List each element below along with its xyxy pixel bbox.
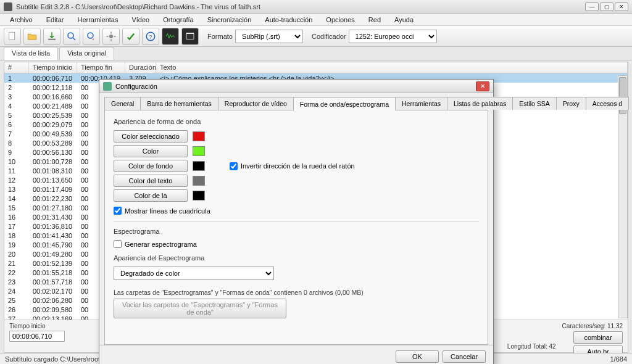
col-number[interactable]: # [4,62,29,73]
maximize-button[interactable]: ▢ [600,2,613,11]
close-button[interactable]: ✕ [615,2,628,11]
find-icon[interactable] [63,28,80,45]
open-file-icon[interactable] [23,28,41,45]
save-icon[interactable] [43,28,60,45]
svg-point-2 [68,33,73,38]
svg-text:?: ? [149,34,152,39]
menu-ortografia[interactable]: Ortografía [157,15,200,25]
color-swatch [193,131,205,141]
menu-ayuda[interactable]: Ayuda [388,15,420,25]
empty-folders-button[interactable]: Vaciar las carpetas de "Espectrogramas" … [114,299,286,318]
tab-original-view[interactable]: Vista original [59,47,114,60]
minimize-button[interactable]: — [585,2,599,11]
svg-rect-9 [186,33,194,34]
color-swatch [193,176,205,186]
folder-info-text: Las carpetas de "Espectrogramas" y "Form… [114,289,479,296]
spellcheck-icon[interactable] [122,28,139,45]
menu-autotraduccion[interactable]: Auto-traducción [259,15,318,25]
dialog-tab[interactable]: Accesos d [586,97,629,110]
col-text[interactable]: Texto [156,62,628,73]
settings-icon[interactable] [102,28,120,45]
dialog-icon [103,82,112,91]
color-swatch [193,146,205,156]
encoder-select[interactable]: 1252: Europeo occi [349,30,437,43]
svg-rect-0 [9,32,15,39]
dialog-body: Apariencia de forma de onda Color selecc… [104,110,488,345]
window-title: Subtitle Edit 3.2.8 - C:\Users\root\Desk… [16,3,585,10]
invert-wheel-checkbox[interactable] [230,162,238,170]
spectro-section-title: Espectrograma [114,228,479,235]
cps-label: Caracteres/seg: 11,32 [562,323,623,329]
menu-video[interactable]: Vídeo [125,15,156,25]
color-button[interactable]: Color seleccionado [114,130,188,143]
dialog-titlebar[interactable]: Configuración ✕ [99,80,493,93]
start-time-input[interactable] [9,331,65,342]
dialog-tab[interactable]: General [104,97,141,110]
color-button[interactable]: Color de la [114,189,188,202]
waveform-icon[interactable] [162,28,179,45]
show-grid-label: Mostrar líneas de cuadrícula [125,207,210,215]
dialog-tabs: GeneralBarra de herramientasReproductor … [104,97,488,110]
start-time-label: Tiempo inicio [9,323,98,329]
color-button[interactable]: Color del texto [114,175,188,187]
status-counter: 1/684 [610,355,627,363]
config-dialog[interactable]: Configuración ✕ GeneralBarra de herramie… [99,79,494,364]
menu-sincronizacion[interactable]: Sincronización [201,15,258,25]
color-button[interactable]: Color [114,145,188,157]
combine-button[interactable]: combinar [573,331,623,344]
encoder-label: Codificador [312,33,346,40]
replace-icon[interactable] [83,28,100,45]
app-icon [4,2,12,11]
toolbar: ? Formato SubRip (.srt) Codificador 1252… [0,26,632,47]
color-swatch [193,161,205,171]
gen-spectro-label: Generar espectrograma [125,241,197,248]
col-end[interactable]: Tiempo fin [77,62,125,73]
waveform-section-title: Apariencia de forma de onda [114,118,479,125]
grid-header: # Tiempo inicio Tiempo fin Duración Text… [4,62,628,73]
dialog-tab[interactable]: Barra de herramientas [140,97,218,110]
menu-herramientas[interactable]: Herramientas [71,15,124,25]
dialog-footer: OK Cancelar [99,345,493,364]
help-icon[interactable]: ? [142,28,159,45]
vertical-scrollbar[interactable] [618,75,628,318]
gen-spectro-checkbox[interactable] [114,240,122,248]
invert-wheel-label: Invertir dirección de la rueda del ratón [241,162,355,170]
svg-rect-1 [48,38,56,39]
svg-rect-8 [186,33,194,39]
tab-list-view[interactable]: Vista de lista [4,47,58,60]
show-grid-checkbox[interactable] [114,207,122,215]
dialog-tab[interactable]: Herramientas [395,97,447,110]
dialog-tab[interactable]: Listas de palabras [447,97,513,110]
dialog-title: Configuración [115,83,476,90]
svg-point-5 [109,35,113,38]
dialog-tab[interactable]: Estilo SSA [512,97,557,110]
color-swatch [193,191,205,201]
main-tabstrip: Vista de lista Vista original [0,47,632,60]
appearance-select[interactable]: Degradado de color [114,267,274,280]
cancel-button[interactable]: Cancelar [443,350,486,363]
ok-button[interactable]: OK [396,350,439,363]
menubar: Archivo Editar Herramientas Vídeo Ortogr… [0,14,632,26]
svg-line-3 [73,38,75,40]
dialog-tab[interactable]: Reproductor de vídeo [218,97,294,110]
menu-archivo[interactable]: Archivo [4,15,39,25]
menu-opciones[interactable]: Opciones [320,15,360,25]
col-duration[interactable]: Duración [125,62,156,73]
menu-red[interactable]: Red [362,15,387,25]
format-label: Formato [207,33,233,40]
appearance-section-title: Apariencia del Espectrograma [114,254,479,262]
dialog-tab[interactable]: Forma de onda/espectrograma [293,97,396,110]
svg-point-4 [88,33,93,38]
color-button[interactable]: Color de fondo [114,160,188,172]
titlebar[interactable]: Subtitle Edit 3.2.8 - C:\Users\root\Desk… [0,0,632,14]
new-file-icon[interactable] [4,28,21,45]
video-icon[interactable] [181,28,199,45]
dialog-close-icon[interactable]: ✕ [476,81,489,91]
total-length-label: Longitud Total: 42 [507,343,556,350]
format-select[interactable]: SubRip (.srt) [235,30,303,43]
dialog-tab[interactable]: Proxy [556,97,586,110]
menu-editar[interactable]: Editar [40,15,70,25]
col-start[interactable]: Tiempo inicio [29,62,77,73]
